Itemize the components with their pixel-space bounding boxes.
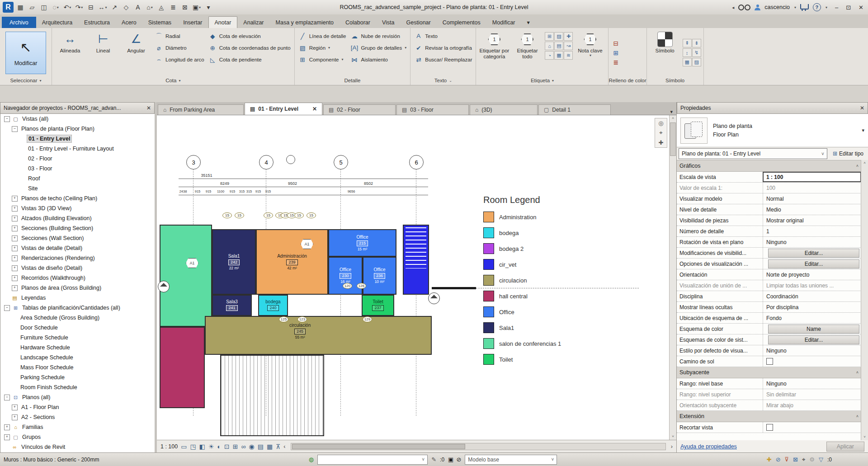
ribbon-tab-analizar[interactable]: Analizar [237,17,269,28]
tree-item-renderizaciones-rendering-[interactable]: +Renderizaciones (Rendering) [0,253,155,263]
tree-item-vistas-de-detalle-detail-[interactable]: +Vistas de detalle (Detail) [0,243,155,253]
worksets-combo[interactable]: ˅ [317,455,428,465]
property-value[interactable]: 1 : 100 [763,172,861,182]
close-button[interactable]: ✕ [859,4,863,11]
scroll-up-icon[interactable]: ˄ [670,115,676,122]
room-office-215[interactable]: Office21515 m² [328,229,396,257]
room-administracion[interactable]: Administración23942 m² [256,229,328,295]
tag-tool-icon[interactable]: ◔ [545,51,554,60]
tag-tool-icon[interactable]: ⊞ [545,32,554,41]
property-value[interactable]: Sin delimitar [763,389,861,400]
app-logo-icon[interactable]: R [3,2,14,13]
room-sala1[interactable]: Sala124222 m² [212,229,256,295]
temporary-hide-isolate-icon[interactable]: ∞ [241,443,245,450]
pin-icon[interactable]: ⊽ [785,456,789,463]
ribbon-tab-modificar[interactable]: Modificar [486,17,521,28]
tag-by-category[interactable]: 1Etiquetar por categoría [479,29,509,76]
grid-bubble-3[interactable]: 3 [186,155,201,169]
scroll-right-icon[interactable]: › [671,443,673,450]
property-value[interactable]: Medio [763,204,861,215]
open-icon[interactable]: ▱ [27,2,37,13]
signed-in-user[interactable]: cascencio [764,4,790,10]
properties-section-extensi-n[interactable]: Extensión˄ [677,411,861,422]
tree-item-furniture-schedule[interactable]: Furniture Schedule [0,333,155,343]
horizontal-scrollbar[interactable] [291,443,666,450]
close-hidden-windows-icon[interactable]: ⊠ [180,2,190,13]
pipe-legend-icon[interactable]: ⊞ [611,49,620,56]
worksets-icon[interactable]: ◍ [309,456,314,463]
region[interactable]: ▨Región▾ [298,43,346,52]
ribbon-tab-complementos[interactable]: Complementos [437,17,486,28]
grid-bubble-5[interactable]: 5 [334,155,348,169]
show-crop-region-icon[interactable]: ⊞ [233,443,238,450]
view-tab-01-entry-level[interactable]: ▤01 - Entry Level✕ [245,103,322,115]
duct-legend-icon[interactable]: ⊟ [611,40,620,47]
room-sala3[interactable]: Sala3241 [212,295,252,316]
apply-button[interactable]: Aplicar [826,442,864,452]
arc-length-dimension[interactable]: ⌢Longitud de arco [155,55,204,64]
ribbon-tab-vista[interactable]: Vista [376,17,401,28]
property-value[interactable]: Editar... [763,259,861,269]
tag-all[interactable]: 1Etiquetar todo [512,29,542,76]
visual-style-icon[interactable]: ◧ [199,443,205,450]
tag-tool-icon[interactable]: ▦ [554,51,563,60]
ui-overview-icon[interactable]: ▦ [15,2,25,13]
tree-item-a2-sections[interactable]: +A2 - Sections [0,412,155,422]
tree-item-vistas-de-dise-o-detail-[interactable]: +Vistas de diseño (Detail) [0,263,155,273]
tree-item-roof[interactable]: Roof [0,174,155,184]
scrollbar-thumb[interactable] [670,122,676,156]
view-reference-tag[interactable]: A1 [301,239,313,249]
symbol[interactable]: Símbolo [650,29,680,76]
ribbon-tab-masa-y-emplazamiento[interactable]: Masa y emplazamiento [270,17,340,28]
tree-item-grupos[interactable]: +▢Grupos [0,432,155,442]
symbol-tool-icon[interactable]: ⇞ [683,39,692,47]
view-tab--3d-[interactable]: ⌂(3D) [470,104,538,115]
close-icon[interactable]: ✕ [860,105,864,111]
view-tab-02-floor[interactable]: ▤02 - Floor [323,104,396,115]
search-icon[interactable] [738,5,750,10]
tag-tool-icon[interactable]: ⌂ [545,42,554,50]
detail-line[interactable]: ╱Línea de detalle [298,31,346,41]
tree-item-tablas-de-planificaci-n-cantidades-all-[interactable]: −⊞Tablas de planificación/Cantidades (al… [0,303,155,313]
ribbon-tab-insertar[interactable]: Insertar [177,17,208,28]
view-scale-label[interactable]: 1 : 100 [160,443,178,450]
design-options-icon[interactable]: ⊘ [456,456,461,463]
door-tag[interactable]: 15 [294,212,304,218]
collapse-arrow-icon[interactable]: ◂ [732,5,734,10]
keynote[interactable]: 1Nota clave▾ [575,29,605,76]
symbol-tool-icon[interactable]: ⇟ [692,39,701,47]
elevation-marker[interactable] [428,292,440,304]
tag-tool-icon[interactable]: ▤ [554,42,563,50]
tree-item-secciones-wall-section-[interactable]: +Secciones (Wall Section) [0,233,155,243]
scroll-left-icon[interactable]: ‹ [283,443,285,450]
exclude-links-icon[interactable]: ⊘ [776,456,781,463]
aligned-dimension-icon[interactable]: ↗ [109,2,119,13]
sun-path-icon[interactable]: ☀ [208,443,214,450]
steering-wheel-icon[interactable]: ◎ [658,120,663,127]
save-icon[interactable]: ◫ [39,2,49,13]
tree-item-planos-de-techo-ceiling-plan-[interactable]: +Planos de techo (Ceiling Plan) [0,193,155,203]
pan-icon[interactable]: ✚ [659,139,664,146]
properties-scrollbar[interactable]: ˄ ˅ [861,160,868,440]
ribbon-tab-acero[interactable]: Acero [116,17,142,28]
thin-lines-icon[interactable]: ≣ [168,2,178,13]
drawing-area[interactable]: 3456351518249950285022438915915110091531… [157,115,676,440]
property-value[interactable] [763,422,861,433]
reveal-constraints-icon[interactable]: ⊼ [276,443,280,450]
zoom-icon[interactable]: ⌖ [659,129,662,137]
ribbon-tab-anotar[interactable]: Anotar [208,16,238,28]
temporary-view-properties-icon[interactable]: ▦ [267,443,273,450]
hatched-area[interactable] [220,355,324,436]
help-icon[interactable]: ? [813,3,821,11]
property-value[interactable]: Mostrar original [763,215,861,226]
ribbon-tab-gestionar[interactable]: Gestionar [401,17,437,28]
property-value[interactable]: Editar... [763,248,861,258]
help-menu-caret-icon[interactable]: ▾ [826,5,827,9]
text[interactable]: ATexto [414,31,472,41]
grid-bubble-6[interactable]: 6 [409,155,424,169]
properties-section-gr-ficos[interactable]: Gráficos˄ [677,160,861,172]
view-tab-from-parking-area[interactable]: ⌂From Parking Area [158,104,244,115]
find-replace[interactable]: ⇄Buscar/ Reemplazar [414,55,472,64]
crop-view-icon[interactable]: ⊡ [224,443,230,450]
property-value[interactable]: 100 [763,183,861,193]
